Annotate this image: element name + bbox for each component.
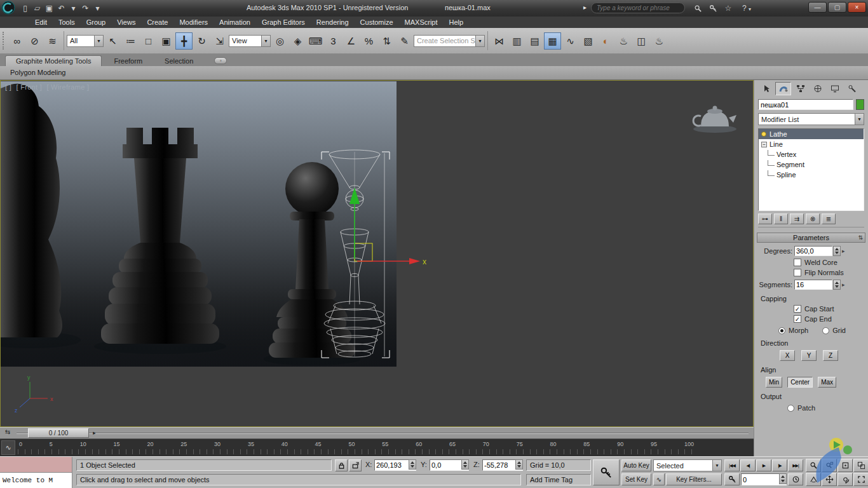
current-frame-input[interactable]	[742, 474, 780, 485]
time-slider-icon[interactable]: ⇆	[2, 428, 13, 438]
stack-item-spline[interactable]: Spline	[759, 170, 864, 180]
align-max-button[interactable]: Max	[818, 377, 836, 388]
align-min-button[interactable]: Min	[766, 377, 782, 388]
redo-dropdown[interactable]: ▾	[92, 3, 104, 15]
direction-z-button[interactable]: Z	[823, 350, 838, 361]
z-spinner[interactable]	[515, 459, 523, 470]
maxscript-mini-listener-macro[interactable]	[0, 457, 72, 473]
object-name-input[interactable]	[758, 99, 853, 110]
track-bar[interactable]: ∿ 05101520253035404550556065707580859095…	[0, 438, 754, 456]
select-and-manipulate-button[interactable]: ◈	[289, 32, 306, 50]
stack-item-line[interactable]: − Line	[759, 139, 864, 149]
select-by-name-button[interactable]: ≔	[122, 32, 139, 50]
menu-tools[interactable]: Tools	[53, 17, 81, 28]
zoom-button[interactable]	[806, 459, 821, 472]
key-filters-button[interactable]: Key Filters...	[666, 473, 722, 485]
tab-modify[interactable]	[775, 82, 791, 95]
lightbulb-icon[interactable]	[761, 132, 766, 137]
menu-animation[interactable]: Animation	[214, 17, 256, 28]
menu-maxscript[interactable]: MAXScript	[399, 17, 444, 28]
orbit-button[interactable]	[837, 473, 853, 486]
x-spinner[interactable]	[409, 459, 416, 470]
z-coordinate-input[interactable]	[483, 460, 516, 470]
zoom-extents-all-button[interactable]	[853, 459, 868, 472]
flip-normals-checkbox[interactable]	[794, 269, 801, 276]
modifier-stack[interactable]: Lathe − Line Vertex Segment Spline	[758, 128, 864, 211]
stack-item-vertex[interactable]: Vertex	[759, 149, 864, 159]
chevron-down-icon[interactable]: ▼	[712, 460, 721, 471]
viewport-front[interactable]: x y x z [ ] [ Front ] [ Wireframe ]	[0, 80, 754, 427]
viewport-canvas[interactable]: x y x z	[1, 81, 753, 426]
curve-editor-button[interactable]: ∿	[562, 32, 579, 50]
segments-input[interactable]	[795, 280, 832, 289]
y-coordinate-field[interactable]	[430, 459, 469, 471]
menu-customize[interactable]: Customize	[355, 17, 399, 28]
edit-named-selection-sets-button[interactable]: ✎	[396, 32, 413, 50]
maxscript-mini-listener-output[interactable]: Welcome to M	[0, 473, 72, 488]
selection-filter-dropdown[interactable]: All ▼	[67, 35, 104, 47]
maximize-button[interactable]: ▢	[828, 2, 846, 13]
modifier-list-dropdown[interactable]: Modifier List ▼	[758, 113, 864, 125]
selection-lock-toggle[interactable]	[335, 459, 348, 471]
close-button[interactable]: ×	[848, 2, 866, 13]
ribbon-tab-graphite[interactable]: Graphite Modeling Tools	[5, 55, 102, 66]
snaps-toggle[interactable]: 3	[325, 32, 342, 50]
mini-curve-editor-button[interactable]: ∿	[1, 440, 15, 455]
key-filter-dropdown[interactable]: Selected ▼	[653, 459, 722, 471]
select-and-rotate-button[interactable]: ↻	[193, 32, 210, 50]
degrees-spinner[interactable]	[833, 246, 841, 256]
bind-to-space-warp-button[interactable]: ≋	[44, 32, 61, 50]
reference-coordinate-dropdown[interactable]: View ▼	[229, 35, 271, 47]
patch-radio[interactable]	[787, 405, 794, 412]
infocenter-search-input[interactable]	[591, 3, 685, 13]
show-end-result-button[interactable]: ‖	[774, 214, 788, 224]
default-tangent-button[interactable]: ∿	[653, 473, 665, 485]
zoom-extents-button[interactable]	[837, 459, 853, 472]
ribbon-tab-selection[interactable]: Selection	[154, 56, 203, 66]
favorites-button[interactable]: ☆	[722, 3, 735, 14]
align-center-button[interactable]: Center	[787, 377, 813, 388]
menu-rendering[interactable]: Rendering	[311, 17, 355, 28]
app-logo-icon[interactable]	[1, 1, 17, 16]
z-coordinate-field[interactable]	[482, 459, 523, 471]
absolute-offset-toggle[interactable]	[349, 459, 362, 471]
next-frame-arrow-icon[interactable]: ▸	[90, 428, 98, 438]
viewport-shading-label[interactable]: [ Wireframe ]	[46, 83, 89, 91]
go-to-end-button[interactable]: ▶▶|	[788, 459, 803, 471]
zoom-all-button[interactable]	[822, 459, 837, 472]
viewport-menu-token[interactable]: [ ]	[5, 83, 11, 91]
ribbon-tab-freeform[interactable]: Freeform	[104, 56, 153, 66]
add-time-tag-field[interactable]: Add Time Tag	[526, 474, 591, 485]
redo-button[interactable]: ↷	[79, 3, 92, 15]
field-of-view-button[interactable]	[806, 473, 821, 486]
degrees-input[interactable]	[795, 247, 832, 255]
use-pivot-point-center-button[interactable]: ◎	[271, 32, 288, 50]
material-editor-button[interactable]: ◐	[597, 32, 614, 50]
make-unique-button[interactable]: ⇉	[790, 214, 804, 224]
named-selection-set-dropdown[interactable]: Create Selection Se ▼	[414, 35, 485, 47]
morph-radio[interactable]	[778, 327, 785, 334]
percent-snap-toggle[interactable]: %	[360, 32, 377, 50]
key-mode-toggle[interactable]	[724, 473, 740, 485]
render-production-button[interactable]: ♨	[651, 32, 668, 50]
rectangular-selection-region-button[interactable]: □	[140, 32, 157, 50]
undo-button[interactable]: ↶	[55, 3, 67, 15]
remove-modifier-button[interactable]: ⊗	[806, 214, 820, 224]
stack-item-lathe[interactable]: Lathe	[759, 129, 864, 139]
keyboard-shortcut-override-toggle[interactable]: ⌨	[307, 32, 324, 50]
object-color-swatch[interactable]	[856, 99, 864, 110]
menu-graph-editors[interactable]: Graph Editors	[256, 17, 311, 28]
x-coordinate-input[interactable]	[375, 460, 409, 470]
ribbon-minimize-button[interactable]: ◦	[214, 57, 227, 64]
grid-radio[interactable]	[822, 327, 829, 334]
tab-hierarchy[interactable]	[792, 82, 808, 95]
chevron-down-icon[interactable]: ▼	[261, 36, 270, 46]
y-spinner[interactable]	[461, 459, 469, 470]
cap-start-checkbox[interactable]: ✓	[794, 305, 801, 313]
chevron-down-icon[interactable]: ▼	[855, 114, 864, 125]
select-and-link-button[interactable]: ∞	[8, 32, 25, 50]
select-object-button[interactable]: ↖	[104, 32, 121, 50]
configure-modifier-sets-button[interactable]: ≣	[822, 214, 836, 224]
stack-item-segment[interactable]: Segment	[759, 159, 864, 170]
next-frame-button[interactable]: |▶	[772, 459, 787, 471]
